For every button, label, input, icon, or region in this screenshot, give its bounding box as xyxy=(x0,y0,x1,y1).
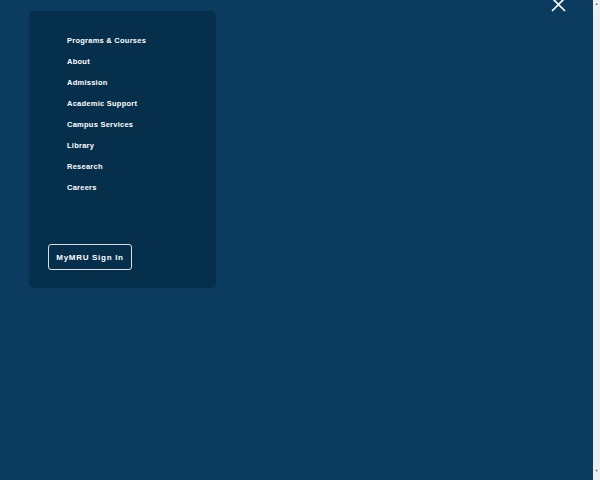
mymru-signin-button[interactable]: MyMRU Sign In xyxy=(48,244,132,270)
menu-item-about[interactable]: About xyxy=(67,57,90,66)
scrollbar[interactable]: ▲ ▼ xyxy=(593,0,600,480)
page-background: Programs & Courses About Admission Acade… xyxy=(0,0,600,480)
mobile-menu-panel: Programs & Courses About Admission Acade… xyxy=(29,11,216,288)
menu-item-library[interactable]: Library xyxy=(67,141,94,150)
close-menu-button[interactable] xyxy=(550,0,567,13)
menu-item-programs-courses[interactable]: Programs & Courses xyxy=(67,36,146,45)
scroll-down-arrow-icon[interactable]: ▼ xyxy=(593,469,600,473)
menu-item-careers[interactable]: Careers xyxy=(67,183,97,192)
menu-item-campus-services[interactable]: Campus Services xyxy=(67,120,133,129)
menu-list: Programs & Courses About Admission Acade… xyxy=(29,11,216,195)
menu-item-research[interactable]: Research xyxy=(67,162,103,171)
close-icon xyxy=(550,0,567,13)
menu-item-academic-support[interactable]: Academic Support xyxy=(67,99,137,108)
menu-item-admission[interactable]: Admission xyxy=(67,78,108,87)
scroll-up-arrow-icon[interactable]: ▲ xyxy=(593,2,600,6)
